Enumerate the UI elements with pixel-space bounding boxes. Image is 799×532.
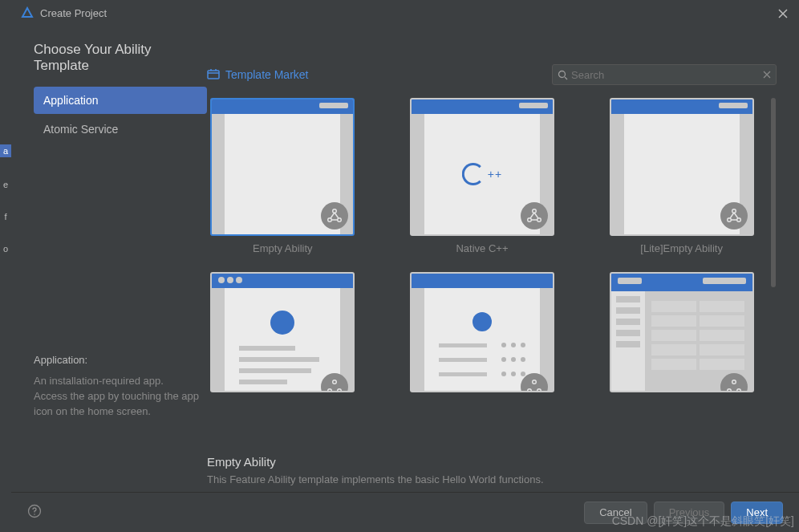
device-icon xyxy=(321,373,348,392)
page-heading: Choose Your Ability Template xyxy=(34,42,207,74)
device-icon xyxy=(720,202,748,229)
app-logo-icon xyxy=(21,6,34,19)
main-toolbar: Template Market xyxy=(207,64,777,85)
cpp-icon: ++ xyxy=(462,163,502,185)
template-card[interactable] xyxy=(207,272,359,392)
template-thumb xyxy=(610,272,754,392)
template-thumb xyxy=(410,272,554,392)
svg-point-2 xyxy=(333,209,337,213)
sidebar-item-application[interactable]: Application xyxy=(34,87,207,114)
svg-point-17 xyxy=(732,380,736,384)
device-icon xyxy=(321,202,348,229)
close-icon xyxy=(778,9,788,18)
template-label: Native C++ xyxy=(456,242,508,254)
template-thumb xyxy=(210,272,355,392)
svg-point-11 xyxy=(333,380,337,384)
template-label: Empty Ability xyxy=(253,242,312,254)
strip-item: o xyxy=(3,244,8,254)
template-scrollbar[interactable] xyxy=(770,98,777,442)
cancel-button[interactable]: Cancel xyxy=(584,502,647,524)
svg-point-3 xyxy=(328,218,332,222)
next-button[interactable]: Next xyxy=(731,502,783,524)
help-icon xyxy=(27,504,42,518)
help-button[interactable] xyxy=(27,504,42,522)
ide-left-strip: a e f o xyxy=(0,0,11,532)
svg-point-16 xyxy=(537,389,541,392)
dialog-content: Choose Your Ability Template Application… xyxy=(11,26,799,492)
template-grid: Empty Ability ++ xyxy=(207,98,770,392)
svg-point-6 xyxy=(528,218,532,222)
search-input[interactable] xyxy=(568,69,763,81)
svg-point-13 xyxy=(338,389,342,392)
svg-point-7 xyxy=(537,218,541,222)
svg-point-14 xyxy=(533,380,537,384)
svg-point-19 xyxy=(736,389,740,392)
sidebar-item-atomic-service[interactable]: Atomic Service xyxy=(34,116,207,143)
svg-point-15 xyxy=(528,389,532,392)
svg-point-18 xyxy=(727,389,731,392)
dialog-footer: Cancel Previous Next xyxy=(11,492,799,532)
main-panel: Template Market xyxy=(207,42,777,492)
titlebar: Create Project xyxy=(11,0,799,26)
template-thumb: ++ xyxy=(410,98,554,236)
svg-point-12 xyxy=(328,389,332,392)
template-card[interactable] xyxy=(407,272,558,392)
template-description: Empty Ability This Feature Ability templ… xyxy=(207,455,777,492)
svg-point-8 xyxy=(732,209,736,213)
create-project-dialog: Create Project Choose Your Ability Templ… xyxy=(11,0,799,532)
template-thumb xyxy=(210,98,355,236)
clear-search-icon[interactable] xyxy=(763,67,771,82)
sidebar: Choose Your Ability Template Application… xyxy=(34,42,207,492)
sidebar-list: Application Atomic Service xyxy=(34,87,207,144)
sidebar-info-title: Application: xyxy=(34,354,199,366)
template-market-link[interactable]: Template Market xyxy=(207,68,308,82)
strip-item: a xyxy=(0,144,11,157)
search-box[interactable] xyxy=(552,64,777,85)
device-icon xyxy=(720,373,748,392)
svg-point-9 xyxy=(727,218,731,222)
strip-item: f xyxy=(4,212,6,221)
strip-item: e xyxy=(3,180,8,189)
template-label: [Lite]Empty Ability xyxy=(640,242,723,254)
sidebar-info: Application: An installation-required ap… xyxy=(34,354,207,420)
market-icon xyxy=(207,68,220,82)
close-button[interactable] xyxy=(773,6,793,22)
svg-point-10 xyxy=(736,218,740,222)
search-icon xyxy=(558,70,568,80)
template-thumb xyxy=(610,98,754,236)
templates-area: Empty Ability ++ xyxy=(207,98,777,442)
description-text: This Feature Ability template implements… xyxy=(207,473,777,485)
svg-point-21 xyxy=(34,514,35,515)
template-card-empty-ability[interactable]: Empty Ability xyxy=(207,98,359,254)
svg-point-5 xyxy=(533,209,537,213)
template-card-native-cpp[interactable]: ++ Native C++ xyxy=(407,98,558,254)
template-card-lite-empty-ability[interactable]: [Lite]Empty Ability xyxy=(606,98,757,254)
device-icon xyxy=(521,373,548,392)
sidebar-info-text: An installation-required app. Access the… xyxy=(34,374,199,420)
svg-rect-0 xyxy=(208,71,219,79)
device-icon xyxy=(521,202,548,229)
description-title: Empty Ability xyxy=(207,455,777,469)
previous-button[interactable]: Previous xyxy=(654,502,725,524)
window-title: Create Project xyxy=(40,7,107,19)
template-market-label: Template Market xyxy=(225,68,308,81)
svg-point-4 xyxy=(338,218,342,222)
svg-point-1 xyxy=(559,71,566,77)
template-card[interactable] xyxy=(606,272,757,392)
